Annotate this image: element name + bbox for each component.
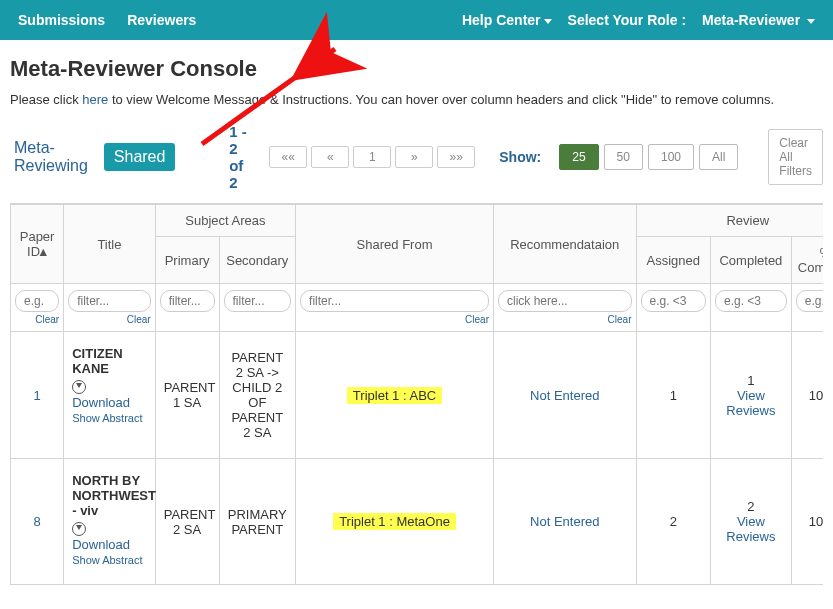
pager-page-1[interactable]: 1 — [353, 146, 391, 168]
welcome-pre: Please click — [10, 92, 82, 107]
cell-recommendation[interactable]: Not Entered — [530, 514, 599, 529]
view-reviews-link[interactable]: View Reviews — [726, 514, 775, 544]
sort-up-icon: ▴ — [40, 244, 47, 259]
cell-secondary: PRIMARY PARENT — [219, 459, 296, 585]
nav-help-label: Help Center — [462, 12, 541, 28]
filter-completed[interactable] — [715, 290, 787, 312]
pager: «« « 1 » »» — [269, 146, 475, 168]
caret-down-icon — [807, 19, 815, 24]
cell-shared-from: Triplet 1 : ABC — [347, 387, 442, 404]
cell-assigned: 1 — [636, 332, 710, 459]
show-abstract-link[interactable]: Show Abstract — [72, 554, 146, 566]
show-100-button[interactable]: 100 — [648, 144, 694, 170]
tab-shared[interactable]: Shared — [104, 143, 176, 171]
cell-paper-id[interactable]: 1 — [11, 332, 64, 459]
welcome-post: to view Welcome Message & Instructions. … — [108, 92, 774, 107]
cell-recommendation[interactable]: Not Entered — [530, 388, 599, 403]
show-25-button[interactable]: 25 — [559, 144, 598, 170]
tab-row: Meta-Reviewing Shared 1 - 2 of 2 «« « 1 … — [10, 123, 823, 191]
filter-title[interactable] — [68, 290, 150, 312]
papers-table: Paper ID▴ Title Subject Areas Shared Fro… — [10, 204, 823, 585]
nav-select-role-label: Select Your Role : — [568, 12, 687, 28]
tab-meta-reviewing[interactable]: Meta-Reviewing — [10, 135, 92, 179]
pager-next[interactable]: » — [395, 146, 433, 168]
welcome-text: Please click here to view Welcome Messag… — [10, 92, 823, 107]
show-all-button[interactable]: All — [699, 144, 738, 170]
nav-reviewers[interactable]: Reviewers — [127, 12, 196, 28]
show-label: Show: — [499, 149, 541, 165]
th-shared-from[interactable]: Shared From — [296, 205, 494, 284]
th-primary[interactable]: Primary — [155, 237, 219, 284]
cell-title: CITIZEN KANE — [72, 346, 146, 376]
cell-primary: PARENT 1 SA — [155, 332, 219, 459]
cell-title: NORTH BY NORTHWEST - viv — [72, 473, 146, 518]
filter-paper-id[interactable] — [15, 290, 59, 312]
clear-filter-shared[interactable]: Clear — [300, 314, 489, 325]
download-icon — [72, 522, 86, 536]
table-row: 8 NORTH BY NORTHWEST - viv Download Show… — [11, 459, 824, 585]
th-assigned[interactable]: Assigned — [636, 237, 710, 284]
th-subject-areas: Subject Areas — [155, 205, 295, 237]
top-nav: Submissions Reviewers Help Center Select… — [0, 0, 833, 40]
filter-primary[interactable] — [160, 290, 215, 312]
caret-down-icon — [544, 19, 552, 24]
th-pct-completed[interactable]: % Completed — [791, 237, 823, 284]
filter-pct[interactable] — [796, 290, 823, 312]
cell-paper-id[interactable]: 8 — [11, 459, 64, 585]
nav-submissions[interactable]: Submissions — [18, 12, 105, 28]
th-completed[interactable]: Completed — [710, 237, 791, 284]
pager-last[interactable]: »» — [437, 146, 475, 168]
cell-pct: 100% — [791, 332, 823, 459]
pager-first[interactable]: «« — [269, 146, 307, 168]
clear-filter-title[interactable]: Clear — [68, 314, 150, 325]
cell-completed-count: 2 — [747, 499, 754, 514]
filter-shared-from[interactable] — [300, 290, 489, 312]
filter-recommendation[interactable] — [498, 290, 632, 312]
show-buttons: 25 50 100 All — [559, 144, 738, 170]
cell-pct: 100% — [791, 459, 823, 585]
download-link[interactable]: Download — [72, 522, 146, 552]
cell-assigned: 2 — [636, 459, 710, 585]
cell-secondary: PARENT 2 SA -> CHILD 2 OF PARENT 2 SA — [219, 332, 296, 459]
view-reviews-link[interactable]: View Reviews — [726, 388, 775, 418]
th-recommendation[interactable]: Recommendataion — [493, 205, 636, 284]
pagination-count: 1 - 2 of 2 — [229, 123, 249, 191]
th-paper-id[interactable]: Paper ID▴ — [11, 205, 64, 284]
th-review: Review — [636, 205, 823, 237]
filter-assigned[interactable] — [641, 290, 706, 312]
table-row: 1 CITIZEN KANE Download Show Abstract PA… — [11, 332, 824, 459]
filter-secondary[interactable] — [224, 290, 292, 312]
show-50-button[interactable]: 50 — [604, 144, 643, 170]
cell-completed-count: 1 — [747, 373, 754, 388]
nav-help-center[interactable]: Help Center — [462, 12, 552, 28]
clear-filter-id[interactable]: Clear — [15, 314, 59, 325]
download-link[interactable]: Download — [72, 380, 146, 410]
th-title[interactable]: Title — [64, 205, 155, 284]
welcome-here-link[interactable]: here — [82, 92, 108, 107]
nav-role-dropdown[interactable]: Meta-Reviewer — [702, 12, 815, 28]
page-title: Meta-Reviewer Console — [10, 56, 823, 82]
nav-role-value: Meta-Reviewer — [702, 12, 800, 28]
clear-filter-rec[interactable]: Clear — [498, 314, 632, 325]
pager-prev[interactable]: « — [311, 146, 349, 168]
show-abstract-link[interactable]: Show Abstract — [72, 412, 146, 424]
cell-shared-from: Triplet 1 : MetaOne — [333, 513, 456, 530]
th-secondary[interactable]: Secondary — [219, 237, 296, 284]
download-icon — [72, 380, 86, 394]
cell-primary: PARENT 2 SA — [155, 459, 219, 585]
clear-all-filters-button[interactable]: Clear All Filters — [768, 129, 823, 185]
